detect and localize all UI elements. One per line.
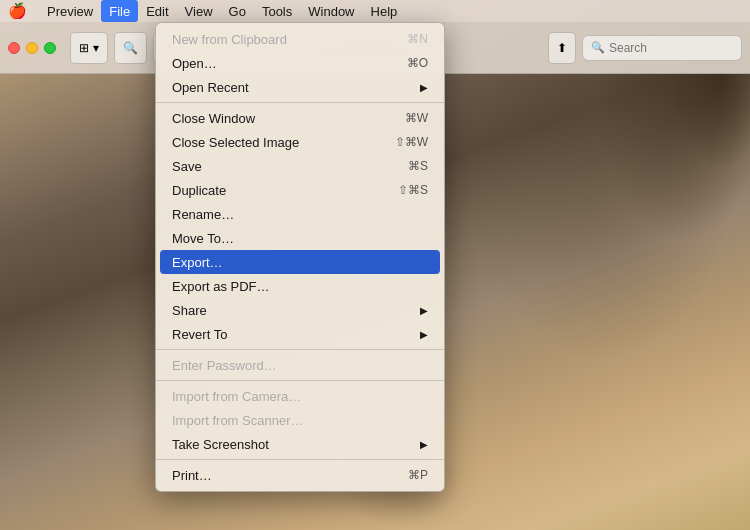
submenu-arrow-icon: ▶ [420, 82, 428, 93]
maximize-window-button[interactable] [44, 42, 56, 54]
traffic-lights [8, 42, 56, 54]
menu-item-take-screenshot[interactable]: Take Screenshot ▶ [156, 432, 444, 456]
screenshot-submenu-arrow-icon: ▶ [420, 439, 428, 450]
search-icon: 🔍 [591, 41, 605, 54]
close-window-button[interactable] [8, 42, 20, 54]
menu-item-open[interactable]: Open… ⌘O [156, 51, 444, 75]
menu-item-export-pdf[interactable]: Export as PDF… [156, 274, 444, 298]
menu-item-new-from-clipboard[interactable]: New from Clipboard ⌘N [156, 27, 444, 51]
search-field[interactable]: 🔍 [582, 35, 742, 61]
menu-item-print[interactable]: Print… ⌘P [156, 463, 444, 487]
separator-3 [156, 380, 444, 381]
menu-item-close-selected-image[interactable]: Close Selected Image ⇧⌘W [156, 130, 444, 154]
menubar-edit[interactable]: Edit [138, 0, 176, 22]
menubar-file[interactable]: File [101, 0, 138, 22]
menu-item-revert-to[interactable]: Revert To ▶ [156, 322, 444, 346]
separator-4 [156, 459, 444, 460]
menu-item-open-recent[interactable]: Open Recent ▶ [156, 75, 444, 99]
separator-1 [156, 102, 444, 103]
sidebar-icon: ⊞ [79, 41, 89, 55]
menu-item-move-to[interactable]: Move To… [156, 226, 444, 250]
menubar-preview[interactable]: Preview [39, 0, 101, 22]
menu-item-import-scanner[interactable]: Import from Scanner… [156, 408, 444, 432]
sidebar-toggle-button[interactable]: ⊞ ▾ [70, 32, 108, 64]
menu-item-share[interactable]: Share ▶ [156, 298, 444, 322]
revert-submenu-arrow-icon: ▶ [420, 329, 428, 340]
menubar-window[interactable]: Window [300, 0, 362, 22]
menubar: 🍎 Preview File Edit View Go Tools Window… [0, 0, 750, 22]
menubar-view[interactable]: View [177, 0, 221, 22]
zoom-button[interactable]: 🔍 [114, 32, 147, 64]
menu-item-export[interactable]: Export… [160, 250, 440, 274]
file-menu-dropdown: New from Clipboard ⌘N Open… ⌘O Open Rece… [155, 22, 445, 492]
zoom-icon: 🔍 [123, 41, 138, 55]
menu-item-save[interactable]: Save ⌘S [156, 154, 444, 178]
menubar-tools[interactable]: Tools [254, 0, 300, 22]
minimize-window-button[interactable] [26, 42, 38, 54]
menu-item-close-window[interactable]: Close Window ⌘W [156, 106, 444, 130]
separator-2 [156, 349, 444, 350]
share-toolbar-button[interactable]: ⬆ [548, 32, 576, 64]
search-input[interactable] [609, 41, 733, 55]
share-icon: ⬆ [557, 41, 567, 55]
menu-item-import-camera[interactable]: Import from Camera… [156, 384, 444, 408]
chevron-down-icon: ▾ [93, 41, 99, 55]
menu-item-rename[interactable]: Rename… [156, 202, 444, 226]
menubar-go[interactable]: Go [221, 0, 254, 22]
menu-item-duplicate[interactable]: Duplicate ⇧⌘S [156, 178, 444, 202]
share-submenu-arrow-icon: ▶ [420, 305, 428, 316]
menu-item-enter-password[interactable]: Enter Password… [156, 353, 444, 377]
apple-menu-icon[interactable]: 🍎 [8, 2, 27, 20]
menubar-help[interactable]: Help [363, 0, 406, 22]
